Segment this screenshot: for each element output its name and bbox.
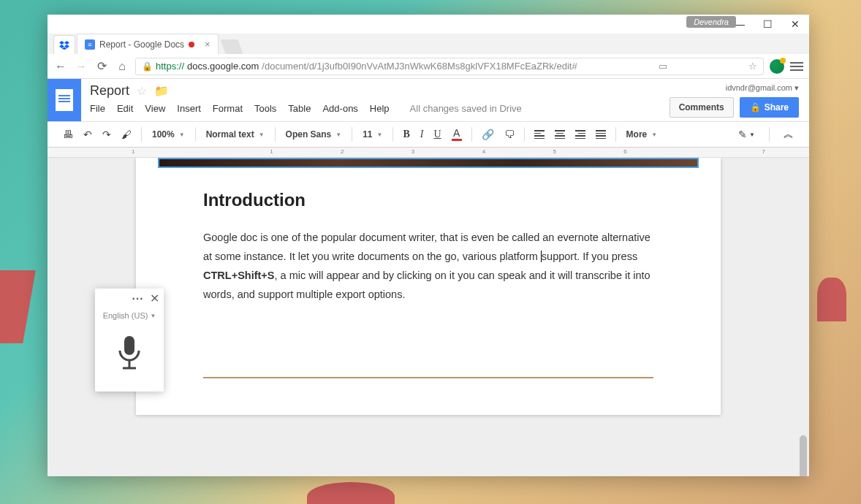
insert-comment-button[interactable]: 🗨 xyxy=(501,126,518,143)
redo-button[interactable]: ↷ xyxy=(99,126,115,143)
menubar: File Edit View Insert Format Tools Table… xyxy=(90,103,661,114)
star-button[interactable]: ☆ xyxy=(137,84,147,98)
docs-logo-button[interactable] xyxy=(48,79,81,121)
chevron-down-icon: ▼ xyxy=(335,131,341,138)
menu-table[interactable]: Table xyxy=(288,103,311,114)
separator xyxy=(275,127,276,142)
underline-button[interactable]: U xyxy=(430,126,444,143)
voice-typing-widget[interactable]: ⋯ ✕ English (US) ▼ xyxy=(95,289,164,392)
print-button[interactable]: 🖶 xyxy=(59,126,77,143)
chrome-window: Devendra — ☐ ✕ ≡ Report - Google Docs × … xyxy=(48,15,809,476)
extension-badge xyxy=(780,58,786,64)
menu-insert[interactable]: Insert xyxy=(177,103,201,114)
align-center-button[interactable] xyxy=(551,127,569,142)
more-button[interactable]: More▼ xyxy=(622,126,662,142)
docs-header: Report ☆ 📁 File Edit View Insert Format … xyxy=(48,79,809,121)
voice-mic-button[interactable] xyxy=(95,327,164,392)
dropbox-icon xyxy=(59,41,69,50)
window-titlebar: Devendra — ☐ ✕ xyxy=(48,15,809,34)
menu-view[interactable]: View xyxy=(145,103,165,114)
align-justify-button[interactable] xyxy=(592,127,610,142)
new-tab-button[interactable] xyxy=(220,39,243,54)
document-title[interactable]: Report xyxy=(90,83,129,99)
separator xyxy=(769,127,770,142)
align-left-button[interactable] xyxy=(531,127,548,142)
user-profile-badge[interactable]: Devendra xyxy=(686,16,736,28)
bold-button[interactable]: B xyxy=(399,126,413,143)
chrome-menu-button[interactable] xyxy=(790,62,803,71)
share-label: Share xyxy=(765,102,789,112)
document-paragraph[interactable]: Google doc is one of the popular documen… xyxy=(203,228,653,304)
move-to-folder-button[interactable]: 📁 xyxy=(154,84,169,98)
forward-button[interactable]: → xyxy=(74,60,88,73)
camera-icon[interactable]: ▭ xyxy=(659,61,667,72)
address-bar[interactable]: 🔒 https://docs.google.com/document/d/1j3… xyxy=(135,58,764,75)
wallpaper-decoration xyxy=(0,270,36,343)
chevron-down-icon: ▼ xyxy=(651,131,657,138)
zoom-dropdown[interactable]: 100%▼ xyxy=(148,126,189,142)
separator xyxy=(352,127,352,142)
scrollbar-thumb[interactable] xyxy=(800,435,807,476)
paint-format-button[interactable]: 🖌 xyxy=(118,126,135,143)
voice-close-button[interactable]: ✕ xyxy=(150,291,159,305)
menu-format[interactable]: Format xyxy=(213,103,243,114)
menu-tools[interactable]: Tools xyxy=(254,103,276,114)
align-right-button[interactable] xyxy=(572,127,589,142)
voice-options-button[interactable]: ⋯ xyxy=(132,291,144,305)
editing-mode-button[interactable]: ✎▼ xyxy=(735,126,759,143)
italic-button[interactable]: I xyxy=(417,126,428,143)
window-close-button[interactable]: ✕ xyxy=(784,15,806,33)
docs-title-area: Report ☆ 📁 File Edit View Insert Format … xyxy=(81,79,670,121)
menu-edit[interactable]: Edit xyxy=(117,103,133,114)
menu-file[interactable]: File xyxy=(90,103,105,114)
lock-icon: 🔒 xyxy=(750,102,761,112)
extension-icon[interactable] xyxy=(770,59,784,74)
separator xyxy=(195,127,196,142)
tab-title: Report - Google Docs xyxy=(99,39,184,50)
docs-favicon-icon: ≡ xyxy=(85,39,95,50)
separator xyxy=(615,127,616,142)
svg-rect-0 xyxy=(124,336,134,355)
voice-language-dropdown[interactable]: English (US) ▼ xyxy=(95,308,164,327)
collapse-toolbar-button[interactable]: ︽ xyxy=(780,125,797,144)
horizontal-rule xyxy=(203,377,653,378)
user-email[interactable]: idvndr@gmail.com ▾ xyxy=(726,83,799,93)
document-image[interactable] xyxy=(158,158,699,168)
browser-tab[interactable]: ≡ Report - Google Docs × xyxy=(77,34,219,54)
browser-nav-bar: ← → ⟳ ⌂ 🔒 https://docs.google.com/docume… xyxy=(48,54,809,79)
share-button[interactable]: 🔒 Share xyxy=(740,97,799,118)
chevron-down-icon: ▼ xyxy=(749,131,755,138)
text-color-button[interactable]: A xyxy=(448,125,466,144)
menu-addons[interactable]: Add-ons xyxy=(322,103,357,114)
styles-dropdown[interactable]: Normal text▼ xyxy=(202,126,269,142)
docs-logo-icon xyxy=(56,89,73,111)
document-page[interactable]: Introduction Google doc is one of the po… xyxy=(136,158,721,415)
toolbar: 🖶 ↶ ↷ 🖌 100%▼ Normal text▼ Open Sans▼ 11… xyxy=(48,121,809,148)
back-button[interactable]: ← xyxy=(53,60,68,73)
window-maximize-button[interactable]: ☐ xyxy=(756,15,778,33)
reload-button[interactable]: ⟳ xyxy=(94,59,109,73)
wallpaper-decoration xyxy=(307,482,395,504)
microphone-icon xyxy=(113,335,145,374)
bookmark-star-button[interactable]: ☆ xyxy=(748,61,757,72)
docs-header-right: idvndr@gmail.com ▾ Comments 🔒 Share xyxy=(670,79,809,121)
document-heading[interactable]: Introduction xyxy=(203,190,653,210)
font-dropdown[interactable]: Open Sans▼ xyxy=(281,126,346,142)
tab-close-button[interactable]: × xyxy=(205,39,210,50)
ruler[interactable]: 1 1 2 3 4 5 6 7 xyxy=(48,148,809,158)
undo-button[interactable]: ↶ xyxy=(80,126,96,143)
dropbox-tab[interactable] xyxy=(53,35,75,54)
font-size-dropdown[interactable]: 11▼ xyxy=(358,126,387,142)
comments-button[interactable]: Comments xyxy=(670,97,734,118)
separator xyxy=(141,127,142,142)
insert-link-button[interactable]: 🔗 xyxy=(478,126,498,143)
docs-app: Report ☆ 📁 File Edit View Insert Format … xyxy=(48,79,809,476)
document-canvas[interactable]: Introduction Google doc is one of the po… xyxy=(48,158,809,476)
wallpaper-decoration xyxy=(817,278,846,321)
home-button[interactable]: ⌂ xyxy=(115,60,129,73)
lock-icon: 🔒 xyxy=(142,61,153,72)
separator xyxy=(524,127,525,142)
url-domain: docs.google.com xyxy=(187,61,259,72)
page-content[interactable]: Introduction Google doc is one of the po… xyxy=(136,168,721,318)
menu-help[interactable]: Help xyxy=(370,103,390,114)
